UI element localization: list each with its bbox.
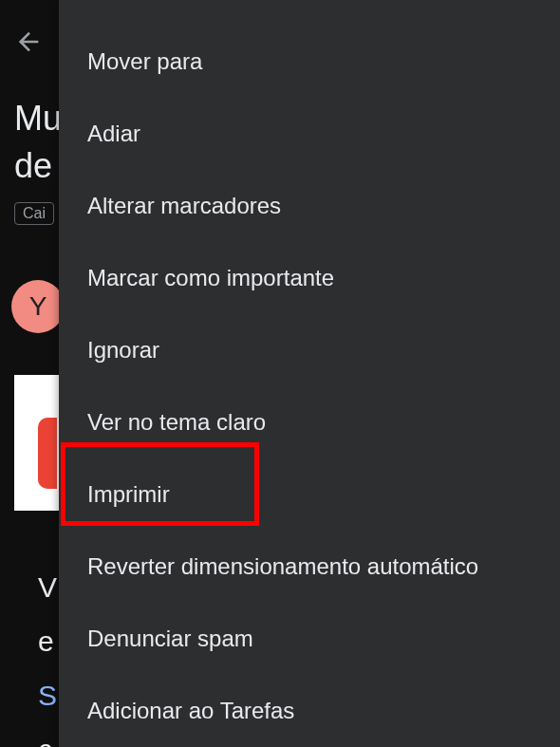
menu-item-change-labels[interactable]: Alterar marcadores — [59, 170, 560, 242]
back-arrow-icon — [14, 27, 45, 57]
email-body-preview: V e S c — [38, 560, 57, 747]
menu-item-move-to[interactable]: Mover para — [59, 26, 560, 98]
menu-item-ignore[interactable]: Ignorar — [59, 314, 560, 386]
menu-item-add-to-tasks[interactable]: Adicionar ao Tarefas — [59, 675, 560, 734]
inbox-label-badge: Cai — [14, 202, 54, 225]
menu-item-snooze[interactable]: Adiar — [59, 98, 560, 170]
menu-item-mark-important[interactable]: Marcar como importante — [59, 242, 560, 314]
avatar-letter: Y — [29, 291, 47, 322]
menu-item-print[interactable]: Imprimir — [59, 458, 560, 531]
overflow-menu: Mover para Adiar Alterar marcadores Marc… — [59, 0, 560, 747]
title-line-2: de — [14, 146, 52, 185]
email-title: Mu de — [14, 95, 62, 191]
menu-item-report-spam[interactable]: Denunciar spam — [59, 603, 560, 675]
avatar: Y — [11, 280, 65, 333]
title-line-1: Mu — [14, 99, 62, 138]
menu-item-light-theme[interactable]: Ver no tema claro — [59, 386, 560, 458]
content-red-element — [38, 418, 57, 489]
menu-item-revert-autosize[interactable]: Reverter dimensionamento automático — [59, 531, 560, 603]
back-button[interactable] — [14, 27, 45, 57]
